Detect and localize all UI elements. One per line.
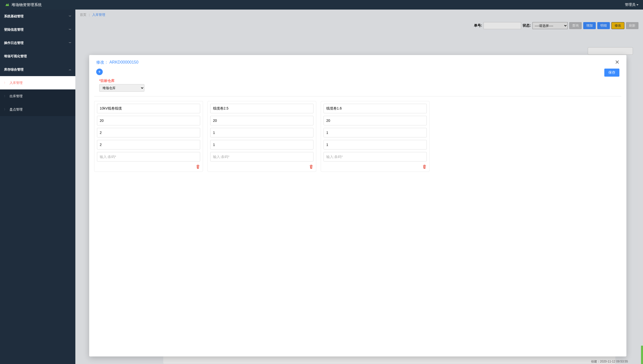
modal-header: 修改： ARKD00000150 ✕ [89, 55, 626, 69]
item-name-input[interactable] [324, 104, 427, 113]
menu-label: 操作日志管理 [4, 41, 24, 45]
trash-icon[interactable] [422, 164, 427, 169]
item-barcode-input[interactable] [324, 152, 427, 162]
menu-label: 登陆信息管理 [4, 27, 24, 32]
submenu-inventory: 〉 入库管理 〉 出库管理 〉 盘点管理 [0, 76, 75, 116]
target-warehouse-label: *目标仓库 [99, 79, 619, 83]
chevron-right-icon: 〉 [4, 108, 7, 111]
modify-modal: 修改： ARKD00000150 ✕ + 保存 *目标仓库 堆场仓库 [89, 55, 626, 356]
menu-visual[interactable]: 堆场可视化管理 [0, 49, 75, 63]
item-field-3[interactable] [210, 128, 313, 137]
menu-oplog[interactable]: 操作日志管理 ﹀ [0, 36, 75, 49]
item-barcode-input[interactable] [97, 152, 200, 162]
trash-icon[interactable] [309, 164, 313, 169]
app-title: 堆场物资管理系统 [12, 3, 42, 7]
chevron-up-icon: ︿ [69, 68, 71, 71]
item-field-4[interactable] [324, 140, 427, 149]
logo-wrap: 堆场物资管理系统 [5, 3, 42, 7]
sidebar-item-label: 盘点管理 [10, 107, 23, 112]
caret-down-icon [636, 4, 638, 6]
target-warehouse-select[interactable]: 堆场仓库 [99, 84, 144, 92]
chevron-down-icon: ﹀ [69, 28, 71, 31]
close-icon[interactable]: ✕ [615, 60, 619, 65]
menu-inventory[interactable]: 库存综合管理 ︿ [0, 63, 75, 76]
topbar: 堆场物资管理系统 管理员 [0, 0, 643, 10]
scroll-indicator [641, 346, 643, 364]
sidebar-item-outbound[interactable]: 〉 出库管理 [0, 89, 75, 103]
sidebar-item-inbound[interactable]: 〉 入库管理 [0, 76, 75, 89]
chevron-down-icon: ﹀ [69, 41, 71, 45]
item-cards [89, 96, 626, 176]
chevron-right-icon: 〉 [4, 94, 7, 98]
item-card [94, 101, 203, 172]
sidebar-item-label: 入库管理 [10, 81, 23, 85]
item-field-4[interactable] [97, 140, 200, 149]
modal-title: 修改： ARKD00000150 [96, 60, 138, 65]
save-button[interactable]: 保存 [604, 69, 619, 77]
app-logo-icon [5, 3, 10, 7]
sidebar-item-check[interactable]: 〉 盘点管理 [0, 103, 75, 116]
menu-label: 堆场可视化管理 [4, 54, 27, 59]
add-row-button[interactable]: + [96, 69, 103, 75]
item-field-4[interactable] [210, 140, 313, 149]
sidebar: 系统基础管理 ﹀ 登陆信息管理 ﹀ 操作日志管理 ﹀ 堆场可视化管理 库存综合管… [0, 10, 75, 364]
item-name-input[interactable] [210, 104, 313, 113]
modal-toolbar: + 保存 [89, 69, 626, 79]
item-field-2[interactable] [97, 116, 200, 125]
menu-label: 库存综合管理 [4, 67, 24, 72]
item-field-3[interactable] [97, 128, 200, 137]
item-card [321, 101, 430, 172]
target-warehouse-row: *目标仓库 堆场仓库 [89, 79, 626, 96]
sidebar-item-label: 出库管理 [10, 94, 23, 98]
menu-system-basic[interactable]: 系统基础管理 ﹀ [0, 10, 75, 23]
item-barcode-input[interactable] [210, 152, 313, 162]
item-card [207, 101, 316, 172]
plus-icon: + [98, 69, 101, 75]
chevron-right-icon: 〉 [4, 81, 7, 85]
item-name-input[interactable] [97, 104, 200, 113]
item-field-2[interactable] [210, 116, 313, 125]
user-menu[interactable]: 管理员 [625, 3, 638, 7]
item-field-2[interactable] [324, 116, 427, 125]
trash-icon[interactable] [196, 164, 200, 169]
menu-login-info[interactable]: 登陆信息管理 ﹀ [0, 23, 75, 36]
menu-label: 系统基础管理 [4, 14, 24, 19]
chevron-down-icon: ﹀ [69, 15, 71, 18]
user-label: 管理员 [625, 3, 635, 7]
item-field-3[interactable] [324, 128, 427, 137]
